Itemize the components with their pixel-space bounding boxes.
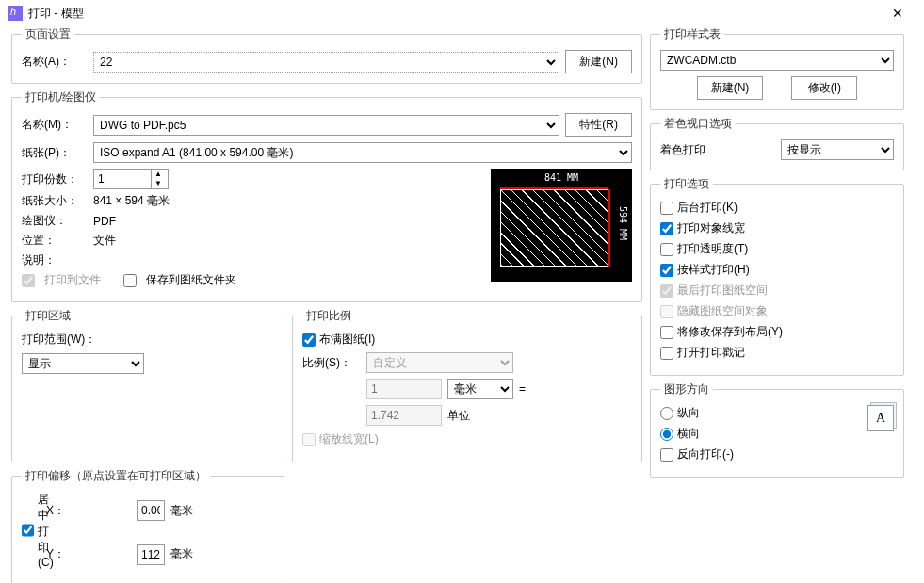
offset-x-label: X： bbox=[46, 503, 131, 519]
scale-denom-input bbox=[366, 405, 442, 426]
scale-unit-label: 单位 bbox=[447, 408, 513, 424]
print-scale-legend: 打印比例 bbox=[302, 308, 355, 324]
range-label: 打印范围(W)： bbox=[22, 332, 96, 348]
pagesetup-new-button[interactable]: 新建(N) bbox=[565, 50, 632, 73]
print-area-legend: 打印区域 bbox=[22, 308, 74, 324]
bg-print-label[interactable]: 后台打印(K) bbox=[677, 200, 738, 216]
range-select[interactable]: 显示 bbox=[22, 353, 144, 374]
last-checkbox bbox=[660, 284, 673, 298]
printer-name-label: 名称(M)： bbox=[22, 117, 88, 133]
print-scale-group: 打印比例 布满图纸(I) 比例(S)： 自定义 毫米 = bbox=[292, 308, 642, 462]
lw-checkbox[interactable] bbox=[660, 222, 673, 235]
pagesetup-name-label: 名称(A)： bbox=[22, 54, 88, 70]
scale-num-input bbox=[366, 379, 442, 399]
hide-label: 隐藏图纸空间对象 bbox=[677, 303, 768, 319]
bg-print-checkbox[interactable] bbox=[660, 202, 673, 215]
reverse-checkbox[interactable] bbox=[660, 448, 673, 462]
trans-label[interactable]: 打印透明度(T) bbox=[677, 241, 748, 257]
bystyle-checkbox[interactable] bbox=[660, 264, 673, 277]
preview-width-label: 841 MM bbox=[491, 172, 632, 183]
printer-name-select[interactable]: DWG to PDF.pc5 bbox=[93, 115, 559, 136]
paper-label: 纸张(P)： bbox=[22, 145, 88, 161]
style-new-button[interactable]: 新建(N) bbox=[697, 76, 764, 100]
scale-equals: = bbox=[519, 382, 538, 396]
page-setup-group: 页面设置 名称(A)： 22 新建(N) bbox=[11, 26, 642, 84]
lw-label[interactable]: 打印对象线宽 bbox=[677, 220, 745, 236]
app-icon bbox=[8, 6, 23, 21]
shade-label: 着色打印 bbox=[660, 142, 775, 158]
copies-input[interactable] bbox=[94, 170, 151, 188]
orientation-group: 图形方向 纵向 横向 反向打印(-) A bbox=[650, 381, 904, 478]
offset-x-input[interactable] bbox=[137, 500, 165, 521]
style-edit-button[interactable]: 修改(I) bbox=[791, 76, 857, 100]
stamp-checkbox[interactable] bbox=[660, 347, 673, 360]
scale-lw-label: 缩放线宽(L) bbox=[319, 431, 379, 447]
window-title: 打印 - 模型 bbox=[28, 6, 879, 22]
center-checkbox[interactable] bbox=[22, 524, 34, 537]
page-setup-legend: 页面设置 bbox=[22, 26, 74, 42]
papersize-value: 841 × 594 毫米 bbox=[93, 193, 170, 209]
bystyle-label[interactable]: 按样式打印(H) bbox=[677, 262, 750, 278]
paper-preview: 841 MM 594 MM bbox=[491, 169, 632, 282]
landscape-label[interactable]: 横向 bbox=[677, 426, 700, 442]
offset-group: 打印偏移（原点设置在可打印区域） X： 毫米 居中打印(C) Y： 毫米 bbox=[11, 468, 284, 583]
scale-unit-select[interactable]: 毫米 bbox=[447, 379, 513, 399]
copies-spinner[interactable]: ▲▼ bbox=[93, 169, 169, 189]
fit-paper-checkbox[interactable] bbox=[302, 333, 316, 347]
paper-select[interactable]: ISO expand A1 (841.00 x 594.00 毫米) bbox=[93, 142, 632, 163]
offset-y-label: Y： bbox=[46, 546, 131, 562]
offset-x-unit: 毫米 bbox=[170, 503, 274, 519]
style-table-group: 打印样式表 ZWCADM.ctb 新建(N) 修改(I) bbox=[650, 26, 904, 110]
fit-paper-label[interactable]: 布满图纸(I) bbox=[319, 332, 375, 348]
printer-props-button[interactable]: 特性(R) bbox=[565, 113, 632, 137]
preview-height-label: 594 MM bbox=[618, 206, 628, 240]
papersize-label: 纸张大小： bbox=[22, 193, 88, 209]
portrait-label[interactable]: 纵向 bbox=[677, 405, 700, 421]
location-label: 位置： bbox=[22, 233, 88, 249]
offset-legend: 打印偏移（原点设置在可打印区域） bbox=[22, 468, 210, 484]
save-folder-label[interactable]: 保存到图纸文件夹 bbox=[146, 272, 236, 288]
options-legend: 打印选项 bbox=[660, 176, 713, 192]
scale-lw-checkbox bbox=[302, 433, 316, 446]
print-area-group: 打印区域 打印范围(W)： 显示 bbox=[11, 308, 284, 462]
shade-select[interactable]: 按显示 bbox=[781, 139, 894, 160]
orientation-legend: 图形方向 bbox=[660, 381, 713, 397]
style-table-legend: 打印样式表 bbox=[660, 26, 724, 42]
offset-y-unit: 毫米 bbox=[170, 546, 274, 562]
style-select[interactable]: ZWCADM.ctb bbox=[660, 50, 894, 71]
plotter-label: 绘图仪： bbox=[22, 213, 88, 229]
plotter-value: PDF bbox=[93, 215, 116, 228]
trans-checkbox[interactable] bbox=[660, 243, 673, 256]
save-layout-label[interactable]: 将修改保存到布局(Y) bbox=[677, 324, 783, 340]
offset-y-input[interactable] bbox=[137, 544, 165, 565]
close-icon[interactable]: ✕ bbox=[879, 6, 916, 21]
spinner-down-icon[interactable]: ▼ bbox=[152, 179, 165, 188]
shade-group: 着色视口选项 着色打印 按显示 bbox=[650, 116, 904, 170]
location-value: 文件 bbox=[93, 233, 116, 249]
stamp-label[interactable]: 打开打印戳记 bbox=[677, 345, 745, 361]
desc-label: 说明： bbox=[22, 252, 88, 268]
hide-checkbox bbox=[660, 305, 673, 318]
print-to-file-label: 打印到文件 bbox=[44, 272, 101, 288]
landscape-radio[interactable] bbox=[660, 428, 673, 441]
shade-legend: 着色视口选项 bbox=[660, 116, 736, 132]
copies-label: 打印份数： bbox=[22, 171, 88, 187]
reverse-label[interactable]: 反向打印(-) bbox=[677, 446, 734, 462]
portrait-radio[interactable] bbox=[660, 407, 673, 420]
ratio-label: 比例(S)： bbox=[302, 355, 361, 371]
print-to-file-checkbox bbox=[22, 274, 35, 287]
save-layout-checkbox[interactable] bbox=[660, 326, 673, 339]
pagesetup-name-select[interactable]: 22 bbox=[93, 52, 559, 73]
options-group: 打印选项 后台打印(K) 打印对象线宽 打印透明度(T) 按样式打印(H) 最后… bbox=[650, 176, 904, 376]
spinner-up-icon[interactable]: ▲ bbox=[152, 170, 165, 179]
ratio-select: 自定义 bbox=[366, 352, 513, 373]
save-folder-checkbox[interactable] bbox=[123, 274, 137, 287]
printer-legend: 打印机/绘图仪 bbox=[22, 89, 100, 105]
orientation-icon: A bbox=[867, 405, 894, 431]
printer-group: 打印机/绘图仪 名称(M)： DWG to PDF.pc5 特性(R) 纸张(P… bbox=[11, 89, 642, 302]
last-label: 最后打印图纸空间 bbox=[677, 283, 768, 299]
